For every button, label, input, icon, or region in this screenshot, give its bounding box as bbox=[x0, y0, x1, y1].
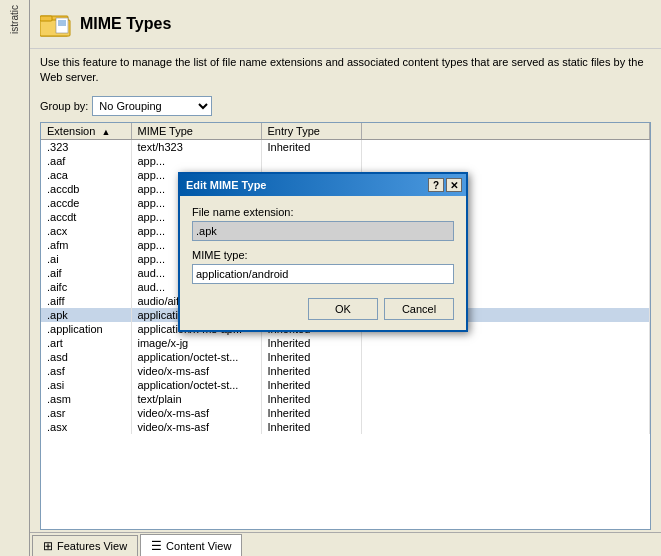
cell-extension: .application bbox=[41, 322, 131, 336]
group-by-label: Group by: bbox=[40, 100, 88, 112]
cell-mime-type: application/octet-st... bbox=[131, 350, 261, 364]
cell-extra bbox=[361, 139, 650, 154]
cell-extra bbox=[361, 420, 650, 434]
table-row[interactable]: .323text/h323Inherited bbox=[41, 139, 650, 154]
table-row[interactable]: .asiapplication/octet-st...Inherited bbox=[41, 378, 650, 392]
cell-extension: .aaf bbox=[41, 154, 131, 168]
table-row[interactable]: .aafapp... bbox=[41, 154, 650, 168]
dialog-help-button[interactable]: ? bbox=[428, 178, 444, 192]
table-row[interactable]: .asxvideo/x-ms-asfInherited bbox=[41, 420, 650, 434]
cell-mime-type: image/x-jg bbox=[131, 336, 261, 350]
cell-extension: .asr bbox=[41, 406, 131, 420]
cell-entry-type bbox=[261, 154, 361, 168]
cell-entry-type: Inherited bbox=[261, 364, 361, 378]
cell-extension: .ai bbox=[41, 252, 131, 266]
cell-entry-type: Inherited bbox=[261, 420, 361, 434]
cell-extra bbox=[361, 406, 650, 420]
cell-extension: .asx bbox=[41, 420, 131, 434]
col-extra bbox=[361, 123, 650, 140]
mime-types-icon bbox=[40, 8, 72, 40]
cell-extension: .acx bbox=[41, 224, 131, 238]
cell-extension: .accdt bbox=[41, 210, 131, 224]
table-row[interactable]: .asmtext/plainInherited bbox=[41, 392, 650, 406]
features-view-icon: ⊞ bbox=[43, 539, 53, 553]
panel-description: Use this feature to manage the list of f… bbox=[30, 49, 661, 92]
cell-extension: .accde bbox=[41, 196, 131, 210]
cell-extension: .asi bbox=[41, 378, 131, 392]
cell-mime-type: video/x-ms-asf bbox=[131, 406, 261, 420]
cell-extra bbox=[361, 392, 650, 406]
table-row[interactable]: .asfvideo/x-ms-asfInherited bbox=[41, 364, 650, 378]
cell-mime-type: text/h323 bbox=[131, 139, 261, 154]
tab-features-label: Features View bbox=[57, 540, 127, 552]
col-mime-type[interactable]: MIME Type bbox=[131, 123, 261, 140]
cell-extension: .aif bbox=[41, 266, 131, 280]
cell-extension: .asm bbox=[41, 392, 131, 406]
cell-extra bbox=[361, 350, 650, 364]
table-row[interactable]: .asdapplication/octet-st...Inherited bbox=[41, 350, 650, 364]
toolbar: Group by: No Grouping bbox=[30, 92, 661, 120]
page-title: MIME Types bbox=[80, 15, 171, 33]
sort-arrow-extension: ▲ bbox=[101, 127, 110, 137]
cell-extension: .323 bbox=[41, 139, 131, 154]
cell-entry-type: Inherited bbox=[261, 139, 361, 154]
dialog-buttons: OK Cancel bbox=[192, 298, 454, 320]
cell-extra bbox=[361, 364, 650, 378]
cell-entry-type: Inherited bbox=[261, 350, 361, 364]
group-by-select[interactable]: No Grouping bbox=[92, 96, 212, 116]
cell-entry-type: Inherited bbox=[261, 336, 361, 350]
cell-extra bbox=[361, 378, 650, 392]
tab-features-view[interactable]: ⊞ Features View bbox=[32, 535, 138, 556]
col-extension[interactable]: Extension ▲ bbox=[41, 123, 131, 140]
cell-extra bbox=[361, 336, 650, 350]
left-sidebar: istratic bbox=[0, 0, 30, 556]
dialog-titlebar: Edit MIME Type ? ✕ bbox=[180, 174, 466, 196]
file-ext-input[interactable] bbox=[192, 221, 454, 241]
cell-extension: .aifc bbox=[41, 280, 131, 294]
panel-header: MIME Types bbox=[30, 0, 661, 49]
cell-mime-type: app... bbox=[131, 154, 261, 168]
content-view-icon: ☰ bbox=[151, 539, 162, 553]
cell-entry-type: Inherited bbox=[261, 392, 361, 406]
cell-mime-type: video/x-ms-asf bbox=[131, 420, 261, 434]
tab-bar: ⊞ Features View ☰ Content View bbox=[30, 532, 661, 556]
cell-extension: .asf bbox=[41, 364, 131, 378]
dialog-title-buttons: ? ✕ bbox=[428, 178, 462, 192]
cell-extension: .asd bbox=[41, 350, 131, 364]
cell-extension: .art bbox=[41, 336, 131, 350]
mime-type-input[interactable] bbox=[192, 264, 454, 284]
cancel-button[interactable]: Cancel bbox=[384, 298, 454, 320]
cell-extra bbox=[361, 154, 650, 168]
mime-type-label: MIME type: bbox=[192, 249, 454, 261]
tab-content-view[interactable]: ☰ Content View bbox=[140, 534, 242, 556]
dialog-close-button[interactable]: ✕ bbox=[446, 178, 462, 192]
tab-content-label: Content View bbox=[166, 540, 231, 552]
cell-entry-type: Inherited bbox=[261, 406, 361, 420]
dialog-title: Edit MIME Type bbox=[186, 179, 266, 191]
dialog-body: File name extension: MIME type: OK Cance… bbox=[180, 196, 466, 330]
cell-mime-type: application/octet-st... bbox=[131, 378, 261, 392]
col-entry-type[interactable]: Entry Type bbox=[261, 123, 361, 140]
edit-mime-dialog: Edit MIME Type ? ✕ File name extension: … bbox=[178, 172, 468, 332]
cell-extension: .apk bbox=[41, 308, 131, 322]
file-ext-label: File name extension: bbox=[192, 206, 454, 218]
cell-entry-type: Inherited bbox=[261, 378, 361, 392]
sidebar-label: istratic bbox=[9, 5, 20, 34]
table-row[interactable]: .artimage/x-jgInherited bbox=[41, 336, 650, 350]
table-row[interactable]: .asrvideo/x-ms-asfInherited bbox=[41, 406, 650, 420]
cell-extension: .aiff bbox=[41, 294, 131, 308]
cell-extension: .accdb bbox=[41, 182, 131, 196]
cell-mime-type: video/x-ms-asf bbox=[131, 364, 261, 378]
cell-extension: .afm bbox=[41, 238, 131, 252]
svg-rect-2 bbox=[40, 16, 52, 21]
ok-button[interactable]: OK bbox=[308, 298, 378, 320]
cell-mime-type: text/plain bbox=[131, 392, 261, 406]
cell-extension: .aca bbox=[41, 168, 131, 182]
